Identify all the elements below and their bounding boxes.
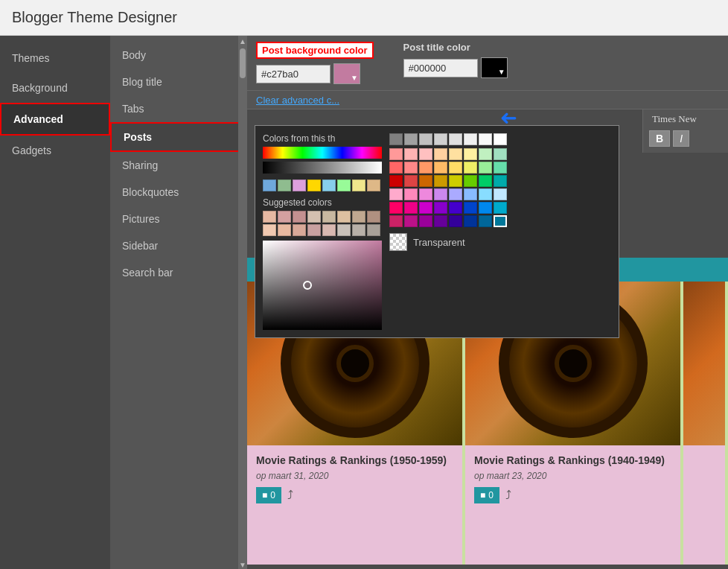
swatch-item[interactable]: [404, 215, 418, 227]
swatch-item[interactable]: [479, 215, 492, 227]
color-gradient-square[interactable]: [263, 241, 382, 330]
swatch-item[interactable]: [419, 148, 432, 160]
center-item-posts[interactable]: Posts: [110, 122, 247, 152]
swatch-item[interactable]: [419, 215, 432, 227]
swatch-item[interactable]: [404, 148, 418, 160]
swatch-item[interactable]: [464, 215, 477, 227]
center-item-tabs[interactable]: Tabs: [110, 95, 247, 122]
center-item-sharing[interactable]: Sharing: [110, 152, 247, 179]
swatch-item[interactable]: [389, 188, 403, 200]
swatch-item[interactable]: [479, 148, 492, 160]
swatch-item[interactable]: [434, 148, 447, 160]
swatch-item[interactable]: [464, 162, 477, 174]
swatch-item[interactable]: [404, 133, 418, 145]
sidebar-item-background[interactable]: Background: [0, 73, 110, 103]
swatch-item[interactable]: [337, 179, 351, 191]
swatch-item[interactable]: [434, 175, 447, 187]
swatch-item[interactable]: [322, 211, 336, 223]
swatch-item[interactable]: [449, 188, 462, 200]
swatch-item[interactable]: [464, 133, 477, 145]
swatch-item[interactable]: [293, 211, 306, 223]
bw-bar[interactable]: [263, 162, 382, 174]
swatch-item[interactable]: [434, 215, 447, 227]
swatch-item[interactable]: [352, 211, 365, 223]
swatch-item[interactable]: [419, 175, 432, 187]
swatch-item[interactable]: [278, 224, 291, 236]
clear-advanced-link[interactable]: Clear advanced c...: [256, 95, 339, 106]
post-bg-color-swatch[interactable]: [333, 63, 360, 84]
swatch-item[interactable]: [479, 175, 492, 187]
swatch-item[interactable]: [389, 148, 403, 160]
swatch-item[interactable]: [449, 148, 462, 160]
sidebar-item-gadgets[interactable]: Gadgets: [0, 136, 110, 165]
swatch-item[interactable]: [322, 179, 336, 191]
scroll-thumb[interactable]: [240, 48, 246, 78]
share-icon-1[interactable]: ⤴: [287, 489, 293, 502]
center-item-blockquotes[interactable]: Blockquotes: [110, 179, 247, 206]
gradient-selector[interactable]: [303, 281, 312, 290]
swatch-item[interactable]: [419, 188, 432, 200]
swatch-item[interactable]: [367, 224, 380, 236]
swatch-item[interactable]: [419, 133, 432, 145]
swatch-item[interactable]: [479, 162, 492, 174]
swatch-item[interactable]: [434, 133, 447, 145]
post-title-color-swatch[interactable]: [481, 57, 508, 78]
font-item-times[interactable]: Times New: [649, 112, 722, 126]
sidebar-item-themes[interactable]: Themes: [0, 43, 110, 73]
swatch-item[interactable]: [494, 175, 507, 187]
swatch-item[interactable]: [337, 224, 351, 236]
swatch-item[interactable]: [449, 175, 462, 187]
swatch-item[interactable]: [322, 224, 336, 236]
swatch-item[interactable]: [419, 202, 432, 214]
swatch-item[interactable]: [494, 202, 507, 214]
swatch-item[interactable]: [449, 202, 462, 214]
swatch-item[interactable]: [367, 211, 380, 223]
swatch-item[interactable]: [494, 133, 507, 145]
swatch-item[interactable]: [389, 202, 403, 214]
swatch-item[interactable]: [404, 162, 418, 174]
swatch-item[interactable]: [494, 148, 507, 160]
swatch-item[interactable]: [449, 133, 462, 145]
swatch-item[interactable]: [494, 188, 507, 200]
center-item-sidebar[interactable]: Sidebar: [110, 232, 247, 259]
swatch-item[interactable]: [352, 179, 365, 191]
share-icon-2[interactable]: ⤴: [505, 489, 511, 502]
swatch-item[interactable]: [307, 211, 321, 223]
swatch-item[interactable]: [389, 175, 403, 187]
swatch-item[interactable]: [404, 188, 418, 200]
swatch-item[interactable]: [307, 179, 321, 191]
swatch-item[interactable]: [404, 202, 418, 214]
swatch-item[interactable]: [494, 215, 507, 227]
swatch-item[interactable]: [307, 224, 321, 236]
swatch-item[interactable]: [434, 162, 447, 174]
swatch-item[interactable]: [263, 211, 276, 223]
rainbow-bar[interactable]: [263, 147, 382, 159]
swatch-item[interactable]: [494, 162, 507, 174]
swatch-item[interactable]: [464, 202, 477, 214]
swatch-item[interactable]: [337, 211, 351, 223]
bold-button[interactable]: B: [649, 130, 670, 147]
comment-btn-1[interactable]: ■ 0: [256, 487, 281, 503]
swatch-item[interactable]: [434, 188, 447, 200]
swatch-item[interactable]: [449, 162, 462, 174]
post-bg-color-input[interactable]: [256, 65, 331, 83]
scroll-bar[interactable]: ▲ ▼: [238, 36, 247, 569]
swatch-item[interactable]: [464, 175, 477, 187]
swatch-item[interactable]: [263, 224, 276, 236]
center-item-body[interactable]: Body: [110, 42, 247, 69]
swatch-item[interactable]: [389, 133, 403, 145]
swatch-item[interactable]: [278, 179, 291, 191]
center-item-search-bar[interactable]: Search bar: [110, 259, 247, 286]
swatch-item[interactable]: [278, 211, 291, 223]
transparent-option[interactable]: Transparent: [389, 233, 507, 251]
italic-button[interactable]: I: [673, 130, 689, 147]
swatch-item[interactable]: [293, 179, 306, 191]
center-item-pictures[interactable]: Pictures: [110, 206, 247, 232]
swatch-item[interactable]: [419, 162, 432, 174]
swatch-item[interactable]: [449, 215, 462, 227]
swatch-item[interactable]: [352, 224, 365, 236]
swatch-item[interactable]: [479, 133, 492, 145]
swatch-item[interactable]: [389, 162, 403, 174]
swatch-item[interactable]: [434, 202, 447, 214]
swatch-item[interactable]: [479, 188, 492, 200]
